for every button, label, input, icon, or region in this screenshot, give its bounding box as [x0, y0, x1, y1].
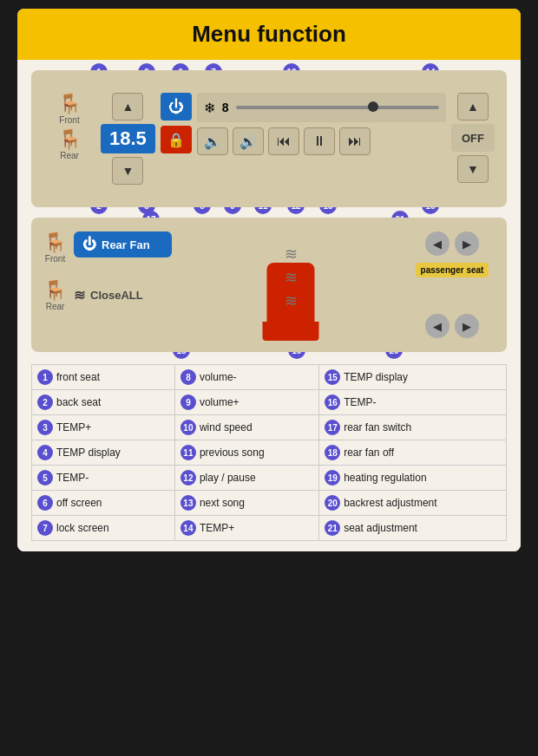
- off-display: OFF: [451, 124, 495, 152]
- seat-visual: ≋ ≋ ≋ 🚗: [177, 225, 404, 345]
- lock-btn[interactable]: 🔒: [161, 126, 192, 153]
- seat-panel-right: ◀ ▶ passenger seat ◀ ▶: [404, 225, 500, 345]
- rear-fan-btn[interactable]: ⏻ Rear Fan: [74, 231, 172, 257]
- temp-control-col: ▲ 18.5 ▼: [101, 93, 155, 185]
- arrow-left-top[interactable]: ◀: [425, 231, 449, 256]
- power-icon-bottom: ⏻: [82, 237, 96, 252]
- legend-text-5: TEMP-: [56, 472, 89, 484]
- vol-down-btn[interactable]: 🔈: [197, 127, 228, 155]
- rear-fan-label: Rear Fan: [102, 238, 150, 251]
- arrow-right-top[interactable]: ▶: [455, 231, 479, 256]
- temp-down-btn[interactable]: ▼: [112, 157, 143, 185]
- legend-text-15: TEMP display: [344, 371, 408, 383]
- legend-table: 1front seat8volume-15TEMP display2back s…: [31, 364, 507, 541]
- wind-icon: ❄: [204, 100, 215, 116]
- legend-cell: 2back seat: [32, 390, 175, 415]
- legend-cell: 19heating regulation: [319, 466, 507, 491]
- sp-rear-label: Rear: [46, 302, 65, 311]
- seat-icons-col: 🪑 Front 🪑 Rear: [43, 93, 95, 185]
- legend-cell: 16TEMP-: [319, 390, 507, 415]
- top-control-panel-outer: 1 2 3 4 5 6 7 8 9 10 11 12 13 14 15 16 🪑: [31, 70, 507, 207]
- legend-text-18: rear fan off: [344, 446, 394, 459]
- wind-speed-value: 8: [222, 101, 229, 114]
- car-bg-hint: 🚗: [186, 229, 251, 290]
- legend-cell: 7lock screen: [32, 516, 175, 541]
- legend-text-21: seat adjustment: [344, 522, 417, 534]
- seat-panel-left: 🪑 Front ⏻ Rear Fan 🪑 Rear: [38, 225, 177, 345]
- rear-close-row: 🪑 Rear ≋ CloseALL: [43, 279, 172, 311]
- legend-cell: 8volume-: [174, 365, 318, 390]
- slider-dot: [368, 101, 378, 112]
- legend-text-9: volume+: [200, 396, 239, 408]
- legend-cell: 12play / pause: [174, 466, 318, 491]
- close-all-label: CloseALL: [90, 289, 143, 302]
- legend-cell: 18rear fan off: [319, 440, 507, 466]
- legend-cell: 15TEMP display: [319, 365, 507, 390]
- seat-bottom-visual: [263, 322, 319, 341]
- legend-cell: 9volume+: [174, 390, 318, 415]
- power-lock-col: ⏻ 🔒: [161, 93, 192, 185]
- front-seat-label: Front: [59, 115, 79, 125]
- legend-cell: 17rear fan switch: [319, 415, 507, 440]
- play-pause-btn[interactable]: ⏸: [304, 127, 335, 155]
- top-control-panel: 🪑 Front 🪑 Rear ▲ 18.5 ▼: [31, 70, 507, 207]
- panel-grid: 🪑 Front 🪑 Rear ▲ 18.5 ▼: [38, 79, 500, 199]
- close-all-row[interactable]: ≋ CloseALL: [74, 287, 143, 303]
- front-seat-box[interactable]: 🪑 Front: [58, 93, 82, 125]
- bottom-panel-outer: 17 18 19 20 21 🪑 Front ⏻ Rear Fan: [31, 218, 507, 352]
- legend-cell: 20backrest adjustment: [319, 491, 507, 516]
- passenger-badge-wrapper: passenger seat: [416, 263, 489, 277]
- prev-song-btn[interactable]: ⏮: [268, 127, 299, 155]
- temp-display: 18.5: [101, 124, 155, 153]
- legend-cell: 14TEMP+: [174, 516, 318, 541]
- legend-text-7: lock screen: [56, 522, 109, 534]
- arrow-right-bottom[interactable]: ▶: [455, 314, 479, 338]
- vol-media-row: 🔈 🔊 ⏮ ⏸ ⏭: [197, 127, 446, 155]
- seat-diagram-area: ≋ ≋ ≋ 🚗: [177, 225, 404, 345]
- next-song-btn[interactable]: ⏭: [339, 127, 371, 155]
- legend-text-2: back seat: [56, 396, 101, 408]
- wind-slider[interactable]: [236, 106, 439, 109]
- legend-text-4: TEMP display: [56, 446, 121, 459]
- legend-section: 1front seat8volume-15TEMP display2back s…: [31, 364, 507, 541]
- front-seat-icon: 🪑: [58, 93, 82, 115]
- legend-text-16: TEMP-: [344, 396, 376, 408]
- rear-seat-icon: 🪑: [58, 128, 82, 151]
- heat-line-1: ≋: [285, 244, 298, 264]
- heat-lines: ≋ ≋ ≋: [285, 244, 298, 310]
- arrow-left-bottom[interactable]: ◀: [425, 314, 449, 338]
- passenger-badge: passenger seat: [416, 263, 489, 277]
- page-container: Menu function 1 2 3 4 5 6 7 8 9 10 11 12…: [17, 9, 521, 551]
- legend-text-19: heating regulation: [344, 472, 426, 484]
- legend-cell: 1front seat: [32, 365, 175, 390]
- legend-text-20: backrest adjustment: [344, 497, 436, 509]
- legend-text-13: next song: [200, 497, 245, 509]
- legend-text-14: TEMP+: [200, 522, 234, 534]
- legend-cell: 5TEMP-: [32, 466, 175, 491]
- sp-rear-seat-icon: 🪑: [43, 279, 67, 302]
- wind-media-col: ❄ 8 🔈 🔊 ⏮ ⏸ ⏭: [197, 93, 446, 185]
- bottom-arrow-group: ◀ ▶: [425, 314, 479, 338]
- heat-icon-close: ≋: [74, 287, 85, 303]
- legend-text-12: play / pause: [200, 472, 256, 484]
- bottom-arrow-row: ◀ ▶: [425, 314, 479, 338]
- legend-text-17: rear fan switch: [344, 421, 411, 433]
- legend-cell: 13next song: [174, 491, 318, 516]
- main-content: 1 2 3 4 5 6 7 8 9 10 11 12 13 14 15 16 🪑: [17, 60, 521, 551]
- right-up-btn[interactable]: ▲: [457, 93, 489, 121]
- heat-line-3: ≋: [285, 291, 298, 310]
- right-control-col: ▲ OFF ▼: [451, 93, 495, 185]
- temp-up-btn[interactable]: ▲: [112, 93, 143, 121]
- top-arrow-row: ◀ ▶: [425, 231, 479, 256]
- rear-seat-box[interactable]: 🪑 Rear: [58, 128, 82, 160]
- vol-up-btn[interactable]: 🔊: [233, 127, 264, 155]
- power-btn[interactable]: ⏻: [161, 93, 192, 121]
- right-down-btn[interactable]: ▼: [457, 155, 489, 183]
- page-title: Menu function: [192, 21, 346, 47]
- heat-line-2: ≋: [285, 268, 298, 287]
- header: Menu function: [17, 9, 521, 60]
- legend-cell: 10wind speed: [174, 415, 318, 440]
- top-arrow-group: ◀ ▶ passenger seat: [416, 231, 489, 277]
- seat-panel: 🪑 Front ⏻ Rear Fan 🪑 Rear: [31, 218, 507, 352]
- legend-text-6: off screen: [56, 497, 102, 509]
